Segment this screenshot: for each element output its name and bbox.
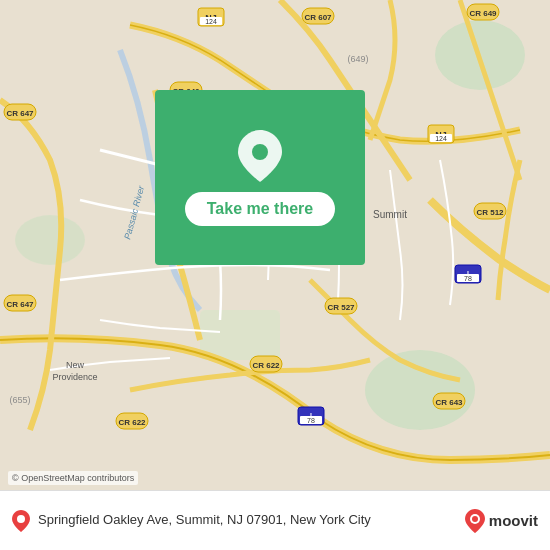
moovit-logo: moovit	[465, 509, 538, 533]
svg-point-1	[365, 350, 475, 430]
moovit-text: moovit	[489, 512, 538, 529]
address-pin-icon	[12, 510, 30, 532]
osm-attribution: © OpenStreetMap contributors	[8, 471, 138, 485]
svg-text:CR 647: CR 647	[6, 300, 34, 309]
svg-text:78: 78	[464, 275, 472, 282]
svg-rect-4	[200, 310, 280, 360]
svg-text:124: 124	[205, 18, 217, 25]
svg-text:CR 622: CR 622	[118, 418, 146, 427]
svg-text:CR 649: CR 649	[469, 9, 497, 18]
bottom-bar: Springfield Oakley Ave, Summit, NJ 07901…	[0, 490, 550, 550]
svg-text:CR 527: CR 527	[327, 303, 355, 312]
svg-text:78: 78	[307, 417, 315, 424]
svg-text:CR 607: CR 607	[304, 13, 332, 22]
svg-text:New: New	[66, 360, 85, 370]
take-me-there-button[interactable]: Take me there	[185, 192, 335, 226]
svg-point-48	[17, 515, 25, 523]
svg-text:Summit: Summit	[373, 209, 407, 220]
svg-point-3	[15, 215, 85, 265]
map-container: NJ 124 NJ 124 I 78 I 78 CR 607 CR 649 (6…	[0, 0, 550, 490]
svg-point-50	[472, 516, 478, 522]
svg-text:CR 512: CR 512	[476, 208, 504, 217]
svg-text:Providence: Providence	[52, 372, 97, 382]
svg-text:124: 124	[435, 135, 447, 142]
svg-text:CR 647: CR 647	[6, 109, 34, 118]
location-pin-icon	[238, 130, 282, 182]
address-text: Springfield Oakley Ave, Summit, NJ 07901…	[38, 511, 465, 529]
take-me-there-panel[interactable]: Take me there	[155, 90, 365, 265]
moovit-logo-icon	[465, 509, 485, 533]
svg-point-47	[252, 144, 268, 160]
svg-text:CR 643: CR 643	[435, 398, 463, 407]
svg-text:(649): (649)	[347, 54, 368, 64]
svg-text:(655): (655)	[9, 395, 30, 405]
svg-text:CR 622: CR 622	[252, 361, 280, 370]
